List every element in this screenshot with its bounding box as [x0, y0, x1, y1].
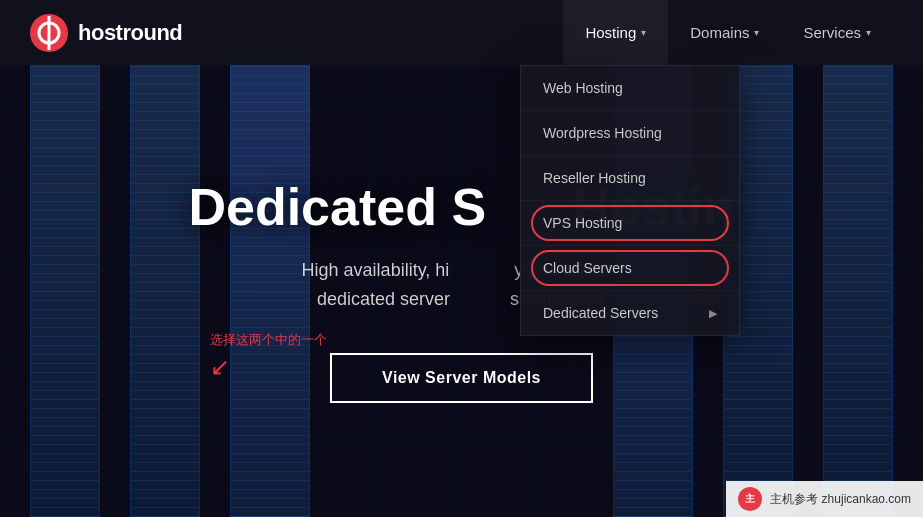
navbar: hostround Hosting ▾ Domains ▾ Services ▾: [0, 0, 923, 65]
dropdown-wordpress-hosting[interactable]: Wordpress Hosting: [521, 111, 739, 156]
nav-domains-arrow: ▾: [754, 27, 759, 38]
nav-services-arrow: ▾: [866, 27, 871, 38]
nav-hosting-label: Hosting: [585, 24, 636, 41]
logo[interactable]: hostround: [30, 14, 182, 52]
cta-button[interactable]: View Server Models: [330, 353, 593, 403]
nav-hosting[interactable]: Hosting ▾: [563, 0, 668, 65]
dedicated-arrow-icon: ▶: [709, 307, 717, 320]
nav-domains-label: Domains: [690, 24, 749, 41]
dropdown-vps-hosting[interactable]: VPS Hosting: [521, 201, 739, 246]
dropdown-reseller-hosting[interactable]: Reseller Hosting: [521, 156, 739, 201]
bottom-watermark-bar: 主 主机参考 zhujicankao.com: [726, 481, 923, 517]
nav-domains[interactable]: Domains ▾: [668, 0, 781, 65]
dropdown-dedicated-servers[interactable]: Dedicated Servers ▶: [521, 291, 739, 335]
hosting-dropdown: Web Hosting Wordpress Hosting Reseller H…: [520, 65, 740, 336]
hero-content: Dedicated S Hostin High availability, hi…: [0, 65, 923, 517]
dropdown-web-hosting[interactable]: Web Hosting: [521, 66, 739, 111]
nav-links: Hosting ▾ Domains ▾ Services ▾: [563, 0, 893, 65]
bottom-bar-logo: 主: [738, 487, 762, 511]
nav-services[interactable]: Services ▾: [781, 0, 893, 65]
nav-services-label: Services: [803, 24, 861, 41]
brand-name: hostround: [78, 20, 182, 46]
dropdown-cloud-servers[interactable]: Cloud Servers: [521, 246, 739, 291]
logo-icon: [30, 14, 68, 52]
bottom-bar-text: 主机参考 zhujicankao.com: [770, 491, 911, 508]
nav-hosting-arrow: ▾: [641, 27, 646, 38]
